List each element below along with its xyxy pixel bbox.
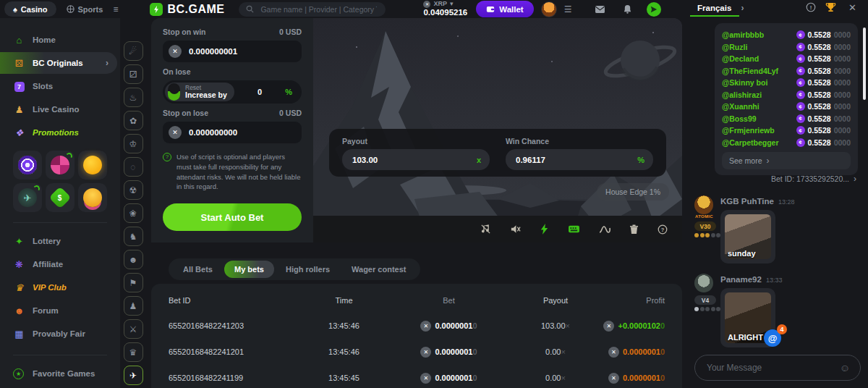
stop-on-win-field[interactable]: ✕ [163,41,302,62]
sidebar-item-home[interactable]: ⌂ Home [0,29,120,51]
tab-wager-contest[interactable]: Wager contest [341,261,416,278]
account-menu-icon[interactable]: ☰ [564,4,572,14]
stop-on-win-input[interactable] [187,46,296,56]
game-strip-item[interactable]: ✿ [124,111,143,130]
trash-icon[interactable] [629,224,639,235]
sidebar-item-slots[interactable]: 7 Slots [0,75,120,97]
chat-bet-id-link[interactable]: Bet ID: 17335292520...› [771,174,856,184]
chat-toggle-icon[interactable] [647,2,661,17]
chat-message-input[interactable]: ☺ [694,355,861,381]
close-icon[interactable]: ✕ [848,2,856,13]
tip-username[interactable]: @alishirazi [722,90,762,99]
tab-all-bets[interactable]: All Bets [173,261,223,278]
tip-username[interactable]: @Decland [722,54,759,63]
game-strip-item[interactable]: ❀ [124,203,143,223]
balance-selector[interactable]: ✕ XRP ▾ 0.04095216 [423,1,467,17]
game-strip-item[interactable]: ♛ [124,342,143,362]
payout-field[interactable]: x [342,149,490,170]
tip-row[interactable]: @amirbbbb¢0.55280000 [722,29,851,41]
payout-input[interactable] [351,155,477,165]
sidebar-item-live-casino[interactable]: ♟ Live Casino [0,98,120,120]
turbo-bolt-icon[interactable] [540,224,549,235]
win-chance-field[interactable]: % [506,149,653,170]
collapse-menu-icon[interactable]: ≡ [113,4,118,14]
game-strip-item[interactable]: ♨ [124,88,143,107]
promo-tile-lucky-spin[interactable] [13,151,42,180]
tip-username[interactable]: @Boss99 [722,114,757,123]
game-strip-item-active-limbo[interactable]: ✈ [124,366,143,385]
avatar[interactable] [694,274,713,292]
tip-row[interactable]: @Carpetbegger¢0.55280000 [722,137,851,149]
trophy-icon[interactable] [825,2,836,15]
tip-username[interactable]: @amirbbbb [722,30,764,39]
game-strip-item[interactable]: ♟ [124,296,143,316]
game-strip-item[interactable]: ⚂ [124,64,143,84]
game-strip-item[interactable]: ⚔ [124,319,143,339]
live-stats-icon[interactable] [599,225,610,234]
on-lose-mode-switch[interactable]: Reset Increase by [165,83,234,101]
game-search[interactable] [239,2,386,17]
promo-tile-piggy[interactable] [78,151,107,180]
tip-username[interactable]: @Skinny boi [722,78,767,87]
see-more-button[interactable]: See more› [722,152,851,169]
start-auto-bet-button[interactable]: Start Auto Bet [163,203,302,231]
emoji-icon[interactable]: ☺ [840,362,850,374]
table-row[interactable]: 65520168482241201 13:45:46 ✕0.00000010 0… [169,339,665,365]
tip-row[interactable]: @TheFiend4Lyf¢0.55280000 [722,65,851,77]
sound-off-icon[interactable] [510,224,521,235]
tab-my-bets[interactable]: My bets [224,261,274,278]
bc-game-logo[interactable]: BC.GAME [150,3,224,16]
tip-row[interactable]: @Decland¢0.55280000 [722,53,851,65]
message-username[interactable]: KGB PuhTine13:28 [720,197,794,206]
sidebar-item-favorite-games[interactable]: ★ Favorite Games [0,363,120,384]
on-lose-percent-input[interactable] [234,87,285,97]
promo-tile-coins[interactable] [78,183,107,212]
help-icon[interactable]: ? [658,224,668,235]
wallet-button[interactable]: Wallet [476,1,533,17]
sidebar-item-bc-originals[interactable]: ⚄ BC Originals › [0,52,117,74]
game-strip-item[interactable]: ♞ [124,227,143,246]
game-strip-item[interactable]: ☢ [124,180,143,200]
stop-on-lose-input[interactable] [187,127,296,138]
tip-username[interactable]: @Ruzli [722,43,747,51]
search-input[interactable] [259,4,378,14]
tip-row[interactable]: @alishirazi¢0.55280000 [722,89,851,101]
chat-rules-info-icon[interactable]: ! [806,2,816,15]
sidebar-item-affiliate[interactable]: ❋ Affiliate [0,253,120,275]
chat-scrollbar-thumb[interactable] [863,28,866,100]
tip-username[interactable]: @TheFiend4Lyf [722,67,778,75]
casino-tab[interactable]: ♠ Casino [4,1,56,17]
reset-increase-toggle[interactable] [168,83,180,101]
sports-tab[interactable]: Sports [67,5,103,14]
clear-x-icon[interactable]: x [477,156,481,164]
tip-username[interactable]: @Carpetbegger [722,138,779,147]
mail-icon[interactable] [595,5,605,14]
promo-tile-wheel[interactable] [46,151,75,180]
sidebar-item-lottery[interactable]: ✦ Lottery [0,230,120,252]
message-username[interactable]: Paname9213:33 [720,275,782,284]
tip-row[interactable]: @Frmjenriewb¢0.55280000 [722,125,851,137]
tip-row[interactable]: @Xuannhi¢0.55280000 [722,101,851,113]
message-input[interactable] [705,362,840,374]
sidebar-item-vip-club[interactable]: ♛ VIP Club [0,277,120,298]
game-strip-item[interactable]: ⚑ [124,273,143,292]
table-row[interactable]: 65520168482241199 13:45:45 ✕0.00000010 0… [169,365,665,388]
sidebar-item-promotions[interactable]: ❖ Promotions [0,122,120,143]
sidebar-item-forum[interactable]: ☻ Forum [0,300,120,321]
music-off-icon[interactable] [480,224,491,235]
promo-tile-rocket[interactable]: ✈ [13,183,42,212]
avatar[interactable] [694,195,713,214]
hotkeys-keyboard-icon[interactable] [568,224,580,234]
promo-tile-bonus-tag[interactable]: $ [46,183,75,212]
tip-row[interactable]: @Skinny boi¢0.55280000 [722,77,851,89]
game-strip-item[interactable]: ♔ [124,134,143,153]
table-row[interactable]: 65520168482241203 13:45:46 ✕0.00000010 1… [169,313,665,339]
sidebar-item-provably-fair[interactable]: ▦ Provably Fair [0,323,120,345]
chat-language-selector[interactable]: Français › [697,3,744,13]
mention-button[interactable]: @ 4 [764,329,781,347]
tab-high-rollers[interactable]: High rollers [276,261,340,278]
notifications-bell-icon[interactable] [623,4,632,14]
win-chance-input[interactable] [514,155,637,165]
game-strip-item[interactable]: ☄ [124,41,143,61]
stop-on-lose-field[interactable]: ✕ [163,122,302,143]
